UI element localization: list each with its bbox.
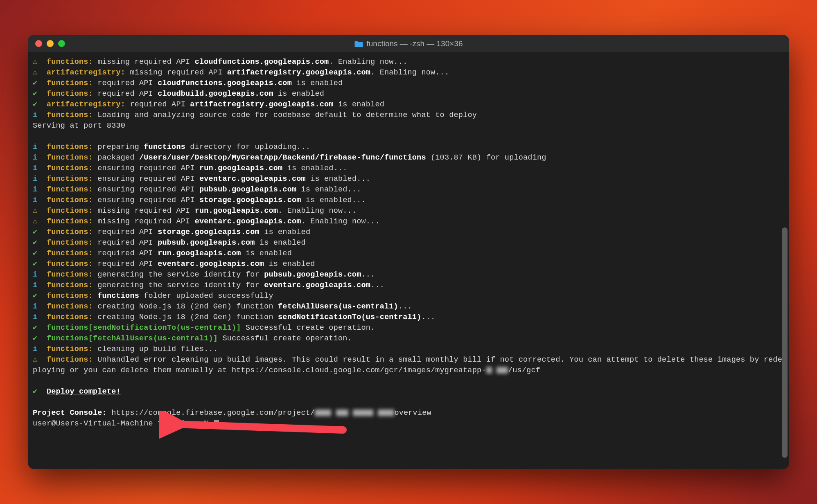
output-line: [33, 397, 784, 408]
plain-text: is enabled...: [306, 175, 370, 183]
plain-text: folder uploaded successfully: [139, 292, 273, 300]
bold-text: eventarc.googleapis.com: [158, 260, 264, 268]
plain-text: (103.87 KB) for uploading: [426, 153, 546, 162]
minimize-button[interactable]: [47, 40, 54, 47]
plain-text: Unhandled error cleaning up build images…: [33, 356, 782, 375]
output-line: ✔ artifactregistry: required API artifac…: [33, 99, 784, 110]
scope-label: functions:: [47, 58, 93, 66]
scope-label: functions:: [47, 207, 93, 215]
plain-text: /us/gcf: [508, 366, 540, 375]
output-line: i functions: ensuring required API run.g…: [33, 163, 784, 174]
check-icon: ✔: [33, 334, 37, 343]
plain-text: required API: [93, 228, 158, 236]
shell-prompt[interactable]: user@Users-Virtual-Machine functions %: [33, 418, 784, 429]
output-line: ✔ functions[fetchAllUsers(us-central1)] …: [33, 333, 784, 344]
plain-text: required API: [93, 239, 158, 247]
info-icon: i: [33, 185, 37, 194]
bold-text: sendNotificationTo(us-central1): [278, 313, 421, 322]
info-icon: i: [33, 196, 37, 205]
plain-text: missing required API: [93, 217, 195, 226]
info-icon: i: [33, 302, 37, 311]
redacted-text: [378, 410, 394, 416]
bold-text: eventarc.googleapis.com: [264, 281, 370, 290]
check-icon: ✔: [33, 260, 37, 268]
warn-icon: ⚠: [33, 356, 37, 364]
redacted-text: [315, 410, 331, 416]
bold-text: cloudfunctions.googleapis.com: [195, 58, 329, 66]
plain-text: Successful create operation.: [241, 324, 375, 332]
plain-text: preparing: [93, 143, 144, 151]
redacted-text: [497, 367, 508, 374]
scrollbar-thumb[interactable]: [782, 227, 788, 458]
redacted-text: [486, 367, 492, 374]
cursor: [214, 420, 219, 428]
check-icon: ✔: [33, 387, 37, 396]
scope-label: functions:: [47, 239, 93, 247]
scope-label: functions:: [47, 270, 93, 279]
output-line: i functions: cleaning up build files...: [33, 344, 784, 355]
output-line: Serving at port 8330: [33, 121, 784, 131]
warn-icon: ⚠: [33, 58, 37, 66]
plain-text: ...: [421, 313, 435, 322]
bold-text: run.googleapis.com: [195, 207, 278, 215]
plain-text: missing required API: [125, 68, 227, 77]
scope-label: functions:: [47, 356, 93, 364]
terminal-output[interactable]: ⚠ functions: missing required API cloudf…: [28, 53, 789, 469]
bold-text: cloudbuild.googleapis.com: [158, 90, 273, 98]
warn-icon: ⚠: [33, 207, 37, 215]
bold-text: /Users/user/Desktop/MyGreatApp/Backend/f…: [139, 153, 426, 162]
plain-text: Serving at port 8330: [33, 122, 125, 130]
bold-text: fetchAllUsers(us-central1): [278, 302, 398, 311]
info-icon: i: [33, 345, 37, 353]
plain-text: . Enabling now...: [278, 207, 357, 215]
plain-text: is enabled...: [282, 164, 347, 173]
scope-label: functions:: [47, 228, 93, 236]
plain-text: is enabled: [334, 100, 384, 109]
plain-text: generating the service identity for: [93, 270, 264, 279]
info-icon: i: [33, 111, 37, 119]
plain-text: ensuring required API: [93, 164, 199, 173]
scope-label: functions:: [47, 175, 93, 183]
bold-text: storage.googleapis.com: [158, 228, 260, 236]
bold-text: run.googleapis.com: [158, 249, 241, 258]
project-console-line: Project Console: https://console.firebas…: [33, 408, 784, 418]
info-icon: i: [33, 270, 37, 279]
plain-text: Successful create operation.: [218, 334, 352, 343]
check-icon: ✔: [33, 79, 37, 88]
scope-label: functions:: [47, 292, 93, 300]
deploy-complete-line: ✔ Deploy complete!: [33, 387, 784, 397]
scope-label: functions:: [47, 249, 93, 258]
output-line: i functions: ensuring required API stora…: [33, 195, 784, 206]
check-icon: ✔: [33, 249, 37, 258]
info-icon: i: [33, 175, 37, 183]
bold-text: pubsub.googleapis.com: [158, 239, 255, 247]
info-icon: i: [33, 281, 37, 290]
plain-text: required API: [93, 249, 158, 258]
scope-label: functions:: [47, 185, 93, 194]
check-icon: ✔: [33, 239, 37, 247]
scope-label: functions:: [47, 90, 93, 98]
scope-label: functions:: [47, 196, 93, 205]
close-button[interactable]: [35, 40, 42, 47]
bold-text: pubsub.googleapis.com: [199, 185, 296, 194]
plain-text: . Enabling now...: [370, 68, 449, 77]
output-line: i functions: preparing functions directo…: [33, 142, 784, 153]
warn-icon: ⚠: [33, 217, 37, 226]
plain-text: is enabled: [241, 249, 292, 258]
plain-text: missing required API: [93, 207, 195, 215]
info-icon: i: [33, 143, 37, 151]
output-line: i functions: ensuring required API event…: [33, 174, 784, 184]
redacted-text: [336, 410, 348, 416]
plain-text: ...: [361, 270, 375, 279]
bold-text: eventarc.googleapis.com: [199, 175, 306, 183]
output-line: i functions: packaged /Users/user/Deskto…: [33, 153, 784, 163]
plain-text: is enabled: [260, 228, 310, 236]
bold-text: storage.googleapis.com: [199, 196, 301, 205]
maximize-button[interactable]: [58, 40, 65, 47]
folder-icon: [354, 40, 363, 47]
scrollbar[interactable]: [782, 54, 788, 466]
output-line: i functions: ensuring required API pubsu…: [33, 184, 784, 195]
function-bracket: functions[fetchAllUsers(us-central1)]: [47, 334, 218, 343]
plain-text: cleaning up build files...: [93, 345, 218, 353]
terminal-window: functions — -zsh — 130×36 ⚠ functions: m…: [28, 35, 789, 469]
